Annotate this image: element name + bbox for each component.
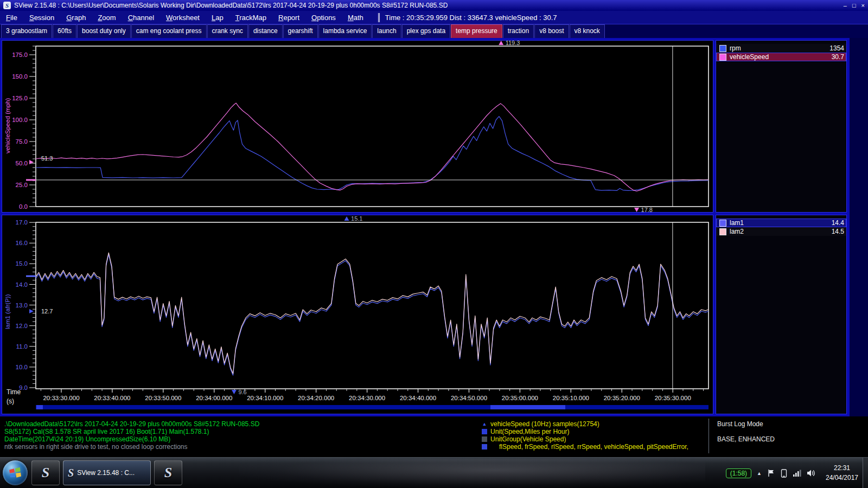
menu-separator xyxy=(378,13,380,22)
lambda-chart-panel[interactable]: 9.010.011.012.013.014.015.016.017.0lam1 … xyxy=(2,215,713,414)
channel-info-line-1: ▲vehicleSpeed (10Hz) samples(12754) xyxy=(482,420,688,428)
worksheet-tabs: 3 graboostlam60ftsboost duty onlycam eng… xyxy=(0,24,868,38)
tab-gearshift[interactable]: gearshift xyxy=(283,24,318,38)
menu-worksheet[interactable]: Worksheet xyxy=(160,14,206,22)
time-tick-label: 20:35:30.000 xyxy=(655,395,691,401)
tab-crank-sync[interactable]: crank sync xyxy=(207,24,248,38)
y-tick-label: 125.0 xyxy=(12,95,28,101)
show-desktop-button[interactable] xyxy=(863,458,868,488)
time-tick-label: 20:34:00.000 xyxy=(196,395,232,401)
network-signal-icon[interactable] xyxy=(793,470,801,477)
menu-options[interactable]: Options xyxy=(305,14,342,22)
menu-trackmap[interactable]: TrackMap xyxy=(229,14,272,22)
legend-row-lam1[interactable]: lam114.4 xyxy=(716,219,846,227)
sview-window-icon[interactable]: S xyxy=(154,460,182,485)
maximize-button[interactable]: □ xyxy=(852,2,856,9)
max-marker-icon xyxy=(344,216,349,221)
menu-zoom[interactable]: Zoom xyxy=(92,14,122,22)
tab-traction[interactable]: traction xyxy=(503,24,534,38)
taskbar-glass-glow xyxy=(239,459,705,488)
y-tick-label: 15.0 xyxy=(16,260,28,267)
status-bar: .\DownloadedData\5172\lrs 2017-04-24 20-… xyxy=(0,416,868,457)
tab-lambda-service[interactable]: lambda service xyxy=(318,24,372,38)
max-value-label: 15.1 xyxy=(351,215,362,222)
scrollbar-thumb xyxy=(490,405,565,409)
app-icon: S xyxy=(3,2,11,9)
menu-lap[interactable]: Lap xyxy=(206,14,229,22)
y-tick-label: 50.0 xyxy=(16,160,28,166)
y-tick-label: 175.0 xyxy=(12,52,28,58)
window-title: SView 2.15.48 : C:\Users\User\Documents\… xyxy=(14,2,448,9)
y-tick-label: 14.0 xyxy=(16,281,28,288)
tab-temp-pressure[interactable]: temp pressure xyxy=(451,24,502,38)
tab-v8-boost[interactable]: v8 boost xyxy=(534,24,569,38)
time-tick-label: 20:34:30.000 xyxy=(349,395,385,401)
lam2-swatch-icon xyxy=(719,228,726,235)
title-bar[interactable]: S SView 2.15.48 : C:\Users\User\Document… xyxy=(0,0,868,11)
channel-name: rpm xyxy=(730,44,829,52)
y-tick-label: 12.0 xyxy=(16,323,28,329)
start-value-label: 12.7 xyxy=(41,308,53,314)
minimize-button[interactable]: – xyxy=(844,2,847,9)
y-tick-label: 11.0 xyxy=(16,343,28,350)
scrollbar-left-box xyxy=(36,405,43,409)
channel-marker-icon: ▲ xyxy=(482,421,487,427)
lambda-chart[interactable]: 9.010.011.012.013.014.015.016.017.0lam1 … xyxy=(2,215,713,414)
tab-boost-duty-only[interactable]: boost duty only xyxy=(77,24,131,38)
volume-icon[interactable] xyxy=(807,469,816,477)
legend-row-lam2[interactable]: lam214.5 xyxy=(716,227,846,236)
channel-value: 30.7 xyxy=(832,53,844,61)
speed-chart-panel[interactable]: 0.025.050.075.0100.0125.0150.0175.0vehic… xyxy=(2,40,713,213)
tab-plex-gps-data[interactable]: plex gps data xyxy=(402,24,450,38)
time-tick-label: 20:35:00.000 xyxy=(502,395,538,401)
x-axis-title: Time xyxy=(7,388,21,396)
tab-distance[interactable]: distance xyxy=(248,24,283,38)
vehicleSpeed-swatch-icon xyxy=(719,54,726,61)
channel-value: 14.5 xyxy=(832,228,844,235)
menu-channel[interactable]: Channel xyxy=(122,14,160,22)
y-tick-label: 13.0 xyxy=(16,302,28,309)
menu-bar: FileSessionGraphZoomChannelWorksheetLapT… xyxy=(0,11,868,24)
sview-pinned-icon[interactable]: S xyxy=(31,460,60,485)
menu-session[interactable]: Session xyxy=(23,14,60,22)
taskbar: S S SView 2.15.48 : C... S (1:58) ▲ xyxy=(0,457,868,488)
tab-cam-eng-coolant-press[interactable]: cam eng coolant press xyxy=(131,24,207,38)
system-tray: (1:58) ▲ xyxy=(726,458,816,488)
tab-v8-knock[interactable]: v8 knock xyxy=(570,24,605,38)
speed-chart[interactable]: 0.025.050.075.0100.0125.0150.0175.0vehic… xyxy=(2,41,713,212)
sview-task-button[interactable]: S SView 2.15.48 : C... xyxy=(63,460,151,485)
action-center-flag-icon[interactable] xyxy=(767,469,775,477)
y-tick-label: 16.0 xyxy=(16,240,28,246)
tab-3-graboostlam[interactable]: 3 graboostlam xyxy=(1,24,52,38)
close-button[interactable]: × xyxy=(861,2,865,9)
clock-time: 22:31 xyxy=(819,463,865,473)
battery-meter[interactable]: (1:58) xyxy=(726,468,751,478)
sview-window: S SView 2.15.48 : C:\Users\User\Document… xyxy=(0,0,868,488)
time-tick-label: 20:34:40.000 xyxy=(400,395,436,401)
time-axis: 20:33:30.00020:33:40.00020:33:50.00020:3… xyxy=(41,389,703,401)
sview-logo-icon: S xyxy=(164,465,172,481)
menu-report[interactable]: Report xyxy=(272,14,305,22)
legend-row-vehicleSpeed[interactable]: vehicleSpeed30.7 xyxy=(716,53,846,61)
menu-math[interactable]: Math xyxy=(342,14,369,22)
lambda-legend-panel: lam114.4lam214.5 xyxy=(716,215,847,414)
start-button[interactable] xyxy=(3,460,28,485)
legend-row-rpm[interactable]: rpm1354 xyxy=(716,44,846,53)
burst-log-mode: Burst Log Mode xyxy=(717,420,775,428)
channel-info-text: flSpeed, frSpeed, rlSpeed, rrSpeed, vehi… xyxy=(490,443,688,451)
x-axis-title-units: (s) xyxy=(7,397,14,405)
time-tick-label: 20:33:30.000 xyxy=(43,395,79,401)
clock[interactable]: 22:31 24/04/2017 xyxy=(819,463,865,483)
tab-launch[interactable]: launch xyxy=(372,24,401,38)
y-tick-label: 17.0 xyxy=(16,219,28,226)
menu-file[interactable]: File xyxy=(0,14,23,22)
task-button-label: SView 2.15.48 : C... xyxy=(77,469,135,477)
device-icon[interactable] xyxy=(781,469,787,478)
time-scrollbar[interactable] xyxy=(36,405,709,409)
min-marker-icon xyxy=(634,208,639,212)
tab-60fts[interactable]: 60fts xyxy=(53,24,76,38)
menu-graph[interactable]: Graph xyxy=(60,14,92,22)
clock-date: 24/04/2017 xyxy=(819,473,865,483)
hidden-icons-arrow[interactable]: ▲ xyxy=(757,471,762,476)
main-area: 0.025.050.075.0100.0125.0150.0175.0vehic… xyxy=(0,38,868,416)
